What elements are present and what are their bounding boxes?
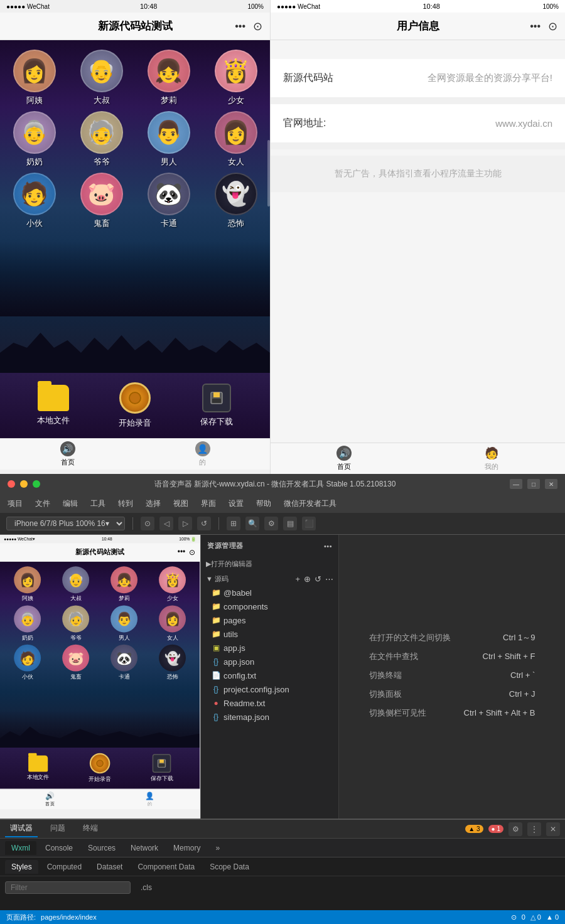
menu-item-goto[interactable]: 转到 (116, 497, 136, 510)
toolbar-btn-refresh[interactable]: ↺ (197, 517, 211, 530)
tab-home-right[interactable]: 🔊 首页 (336, 446, 352, 471)
tab-home-left[interactable]: 🔊 首页 (60, 441, 75, 467)
mini-avatar-mengli[interactable]: 👧 梦莉 (101, 566, 147, 603)
mini-toolbar-save[interactable]: 保存下载 (151, 754, 173, 782)
file-item-appjson[interactable]: {} app.json (206, 655, 338, 669)
file-item-readme[interactable]: ● Readme.txt (206, 696, 338, 710)
cls-button[interactable]: .cls (141, 883, 152, 892)
toolbar-btn-forward[interactable]: ▷ (178, 517, 192, 530)
list-item[interactable]: 👧 梦莉 (137, 50, 200, 106)
toolbar-btn-3[interactable]: ⚙ (264, 517, 278, 530)
mini-avatar-guishu[interactable]: 🐷 鬼畜 (53, 645, 99, 681)
list-item[interactable]: 🐼 卡通 (137, 173, 200, 229)
file-item-projectjson[interactable]: {} project.config.json (206, 682, 338, 696)
toolbar-btn-5[interactable]: ⬛ (302, 517, 316, 530)
toolbar-btn-search[interactable]: 🔍 (245, 517, 259, 530)
file-item-config[interactable]: 📄 config.txt (206, 669, 338, 682)
right-nav-actions[interactable]: ••• ⊙ (530, 19, 557, 33)
file-item-appjs[interactable]: ▣ app.js (206, 641, 338, 655)
more-icon-right[interactable]: ••• (530, 21, 541, 32)
list-item[interactable]: 👩 女人 (205, 111, 267, 168)
window-close-btn[interactable] (8, 480, 15, 488)
toolbar-btn-back[interactable]: ◁ (159, 517, 173, 530)
scrollbar[interactable] (267, 140, 270, 207)
mini-avatar-xiaohua[interactable]: 🧑 小伙 (4, 645, 50, 681)
devtools-inner-tab-network[interactable]: Network (124, 841, 164, 855)
window-controls[interactable] (8, 480, 40, 488)
devtools-settings-btn[interactable]: ⚙ (508, 822, 522, 836)
mini-qr-icon[interactable]: ⊙ (189, 548, 195, 557)
devtools-right-controls[interactable]: ▲ 3 ● 1 ⚙ ⋮ ✕ (465, 822, 560, 836)
mini-avatar-nainai[interactable]: 👵 奶奶 (4, 605, 50, 642)
list-item[interactable]: 🐷 鬼畜 (70, 173, 132, 229)
devtools-inner-tab-sources[interactable]: Sources (82, 841, 122, 855)
list-item[interactable]: 👨 男人 (137, 111, 200, 168)
devtools-tab-terminal[interactable]: 终端 (78, 820, 103, 837)
devtools-inner-tab-more[interactable]: » (209, 841, 226, 855)
window-maximize-btn[interactable] (33, 480, 40, 488)
menu-item-edit[interactable]: 编辑 (60, 497, 80, 510)
explorer-action-more[interactable]: ⋯ (325, 574, 333, 584)
explorer-source-header[interactable]: ▼ 源码 + ⊕ ↺ ⋯ (201, 572, 338, 586)
list-item[interactable]: 👩 阿姨 (3, 50, 65, 106)
devtools-tab-styles[interactable]: Styles (5, 860, 38, 874)
mini-avatar-katong[interactable]: 🐼 卡通 (101, 645, 147, 681)
explorer-action-new-folder[interactable]: ⊕ (304, 574, 311, 584)
file-item-babel[interactable]: 📁 @babel (206, 586, 338, 599)
toolbar-btn-4[interactable]: ▤ (283, 517, 297, 530)
toolbar-record[interactable]: 开始录音 (119, 382, 151, 429)
list-item[interactable]: 🧑 小伙 (3, 173, 65, 229)
qr-icon[interactable]: ⊙ (253, 19, 262, 33)
menu-item-wechat[interactable]: 微信开发者工具 (281, 497, 339, 510)
devtools-tab-debugger[interactable]: 调试器 (5, 820, 38, 837)
explorer-action-group[interactable]: + ⊕ ↺ ⋯ (295, 574, 333, 584)
list-item[interactable]: 👵 奶奶 (3, 111, 65, 168)
devtools-tab-dataset[interactable]: Dataset (90, 860, 129, 874)
devtools-inner-tab-memory[interactable]: Memory (167, 841, 207, 855)
menu-item-interface[interactable]: 界面 (198, 497, 218, 510)
mini-avatar-ayi[interactable]: 👩 阿姨 (4, 566, 50, 603)
devtools-tab-issues[interactable]: 问题 (45, 820, 70, 837)
explorer-action-refresh[interactable]: ↺ (315, 574, 321, 584)
mini-more-icon[interactable]: ••• (178, 548, 185, 557)
window-minimize-btn[interactable] (20, 480, 28, 488)
mini-avatar-shaonu[interactable]: 👸 少女 (149, 566, 195, 603)
mini-avatar-nanren[interactable]: 👨 男人 (101, 605, 147, 642)
mini-tab-home[interactable]: 🔊 首页 (45, 792, 55, 807)
window-right-controls[interactable]: — □ ✕ (510, 479, 557, 489)
tab-mine-left[interactable]: 👤 的 (195, 441, 210, 467)
toolbar-btn-compile[interactable]: ⊞ (227, 517, 240, 530)
list-item[interactable]: 👴 大叔 (70, 50, 132, 106)
list-item[interactable]: 🧓 爷爷 (70, 111, 132, 168)
devtools-more-btn[interactable]: ⋮ (527, 822, 541, 836)
list-item[interactable]: 👻 恐怖 (205, 173, 267, 229)
menu-item-tool[interactable]: 工具 (88, 497, 108, 510)
qr-icon-right[interactable]: ⊙ (548, 19, 557, 33)
mini-avatar-daishu[interactable]: 👴 大叔 (53, 566, 99, 603)
device-selector[interactable]: iPhone 6/7/8 Plus 100% 16▾ (6, 517, 125, 530)
devtools-inner-tab-console[interactable]: Console (39, 841, 79, 855)
file-item-sitemap[interactable]: {} sitemap.json (206, 710, 338, 724)
styles-filter-input[interactable] (5, 881, 131, 894)
devtools-tab-scope-data[interactable]: Scope Data (203, 860, 256, 874)
file-item-components[interactable]: 📁 components (206, 599, 338, 613)
mini-avatar-nuren[interactable]: 👩 女人 (149, 605, 195, 642)
toolbar-save[interactable]: 保存下载 (200, 384, 233, 427)
devtools-close-btn[interactable]: ✕ (546, 822, 560, 836)
file-item-pages[interactable]: 📁 pages (206, 613, 338, 627)
devtools-tab-component-data[interactable]: Component Data (131, 860, 201, 874)
menu-item-help[interactable]: 帮助 (254, 497, 274, 510)
menu-item-select[interactable]: 选择 (143, 497, 163, 510)
menu-item-file[interactable]: 文件 (33, 497, 53, 510)
toolbar-local-files[interactable]: 本地文件 (37, 385, 70, 426)
mini-toolbar-record[interactable]: 开始录音 (89, 753, 111, 783)
restore-icon[interactable]: □ (527, 479, 540, 489)
mini-avatar-yeye[interactable]: 🧓 爷爷 (53, 605, 99, 642)
menu-item-project[interactable]: 项目 (5, 497, 25, 510)
tab-mine-right[interactable]: 🧑 我的 (484, 446, 499, 471)
more-icon[interactable]: ••• (235, 21, 245, 32)
close-icon[interactable]: ✕ (545, 479, 557, 489)
minimize-icon[interactable]: — (510, 479, 522, 489)
list-item[interactable]: 👸 少女 (205, 50, 267, 106)
mini-avatar-kongbu[interactable]: 👻 恐怖 (149, 645, 195, 681)
